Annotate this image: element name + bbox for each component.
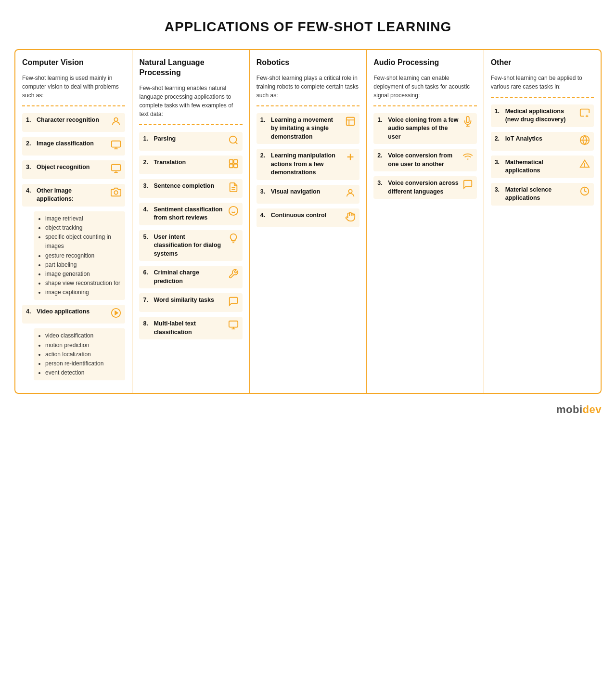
item-number: 1. xyxy=(495,107,503,116)
col-header-audio: Audio Processing xyxy=(373,58,476,68)
svg-rect-24 xyxy=(346,117,355,126)
item-label: User intent classification for dialog sy… xyxy=(154,233,224,259)
item-icon xyxy=(345,188,356,201)
col-header-other: Other xyxy=(491,58,594,68)
item-icon xyxy=(579,158,590,171)
svg-rect-14 xyxy=(230,164,233,168)
item-icon xyxy=(345,116,356,129)
logo-mobi: mobi xyxy=(556,403,583,415)
list-item: 6.Criminal charge prediction xyxy=(139,266,242,288)
item-number: 5. xyxy=(143,233,152,242)
svg-rect-1 xyxy=(112,141,120,147)
item-number: 7. xyxy=(143,296,152,305)
svg-point-10 xyxy=(230,136,237,143)
sub-list-item: object tracking xyxy=(45,223,121,233)
col-other: OtherFew-shot learning can be applied to… xyxy=(484,50,601,393)
col-header-robotics: Robotics xyxy=(257,58,359,68)
list-item: 1.Learning a movement by imitating a sin… xyxy=(257,113,359,144)
mobidev-logo: mobidev xyxy=(556,403,602,416)
divider-nlp xyxy=(139,124,242,125)
item-icon xyxy=(111,308,121,321)
sub-list-item: shape view reconstruction for xyxy=(45,279,121,288)
item-number: 4. xyxy=(260,211,269,220)
list-item: 3.Mathematical applications xyxy=(491,156,594,178)
item-number: 1. xyxy=(26,116,35,125)
item-icon xyxy=(462,116,473,129)
item-icon xyxy=(345,211,356,224)
item-number: 2. xyxy=(143,158,152,167)
item-icon xyxy=(579,107,590,120)
item-number: 4. xyxy=(26,308,35,316)
item-number: 3. xyxy=(495,186,503,194)
sub-list-item: gesture recognition xyxy=(45,251,121,260)
item-number: 2. xyxy=(377,152,386,160)
item-label: Sentence completion xyxy=(154,182,224,191)
item-label: Translation xyxy=(154,158,224,167)
col-nlp: Natural Language ProcessingFew-shot lear… xyxy=(132,50,249,393)
sub-list: image retrievalobject trackingspecific o… xyxy=(34,211,125,300)
item-icon xyxy=(579,135,590,148)
divider-audio xyxy=(373,105,476,106)
svg-rect-21 xyxy=(229,321,238,327)
item-icon xyxy=(111,116,121,129)
col-intro-computer-vision: Few-shot learning is used mainly in comp… xyxy=(22,74,125,100)
item-icon xyxy=(228,158,239,171)
item-number: 3. xyxy=(260,188,269,196)
col-header-computer-vision: Computer Vision xyxy=(22,58,125,68)
item-label: Mathematical applications xyxy=(505,158,576,175)
item-label: Parsing xyxy=(154,135,224,143)
list-item: 8.Multi-label text classification xyxy=(139,317,242,339)
list-item: 1.Character recognition xyxy=(22,113,125,132)
item-label: Learning manipulation actions from a few… xyxy=(271,152,341,177)
item-icon xyxy=(579,186,590,199)
list-item: 2.Voice conversion from one user to anot… xyxy=(373,149,476,171)
svg-line-11 xyxy=(235,142,237,144)
svg-point-7 xyxy=(115,191,118,194)
item-label: Sentiment classification from short revi… xyxy=(154,206,224,222)
item-number: 2. xyxy=(26,140,35,148)
sub-list-item: image retrieval xyxy=(45,214,121,223)
svg-rect-4 xyxy=(112,165,120,171)
item-number: 1. xyxy=(260,116,269,125)
svg-rect-15 xyxy=(234,164,237,168)
list-item: 1.Parsing xyxy=(139,132,242,151)
list-item: 2.Image classification xyxy=(22,137,125,156)
sub-list-item: person re-identification xyxy=(45,359,121,368)
col-robotics: RoboticsFew-shot learning plays a critic… xyxy=(250,50,367,393)
main-table: Computer VisionFew-shot learning is used… xyxy=(14,49,602,394)
list-item: 5.User intent classification for dialog … xyxy=(139,230,242,261)
item-icon xyxy=(228,269,239,282)
item-number: 3. xyxy=(495,158,503,167)
item-label: Learning a movement by imitating a singl… xyxy=(271,116,341,142)
item-number: 2. xyxy=(260,152,269,160)
item-label: Medical applications (new drug discovery… xyxy=(505,107,576,124)
list-item: 2.IoT Analytics xyxy=(491,132,594,151)
item-number: 3. xyxy=(143,182,152,191)
item-number: 8. xyxy=(143,320,152,328)
item-icon xyxy=(228,320,239,333)
divider-other xyxy=(491,97,594,98)
item-icon xyxy=(228,233,239,246)
list-item: 7.Word similarity tasks xyxy=(139,293,242,312)
item-label: Voice conversion across different langua… xyxy=(388,179,458,196)
svg-point-0 xyxy=(115,117,118,121)
item-label: Voice cloning from a few audio samples o… xyxy=(388,116,458,142)
list-item: 4.Continuous control xyxy=(257,208,359,227)
sub-list: video classificationmotion predictionact… xyxy=(34,328,125,380)
list-item: 4.Video applications xyxy=(22,305,125,324)
svg-rect-12 xyxy=(230,159,233,163)
item-number: 6. xyxy=(143,269,152,277)
list-item: 3.Voice conversion across different lang… xyxy=(373,176,476,199)
sub-list-item: event detection xyxy=(45,368,121,377)
item-icon xyxy=(111,187,121,200)
item-label: Criminal charge prediction xyxy=(154,269,224,285)
svg-marker-9 xyxy=(116,311,118,315)
col-intro-other: Few-shot learning can be applied to vari… xyxy=(491,74,594,91)
col-audio: Audio ProcessingFew-shot learning can en… xyxy=(367,50,484,393)
item-icon xyxy=(228,296,239,309)
item-label: Voice conversion from one user to anothe… xyxy=(388,152,458,168)
item-number: 4. xyxy=(26,187,35,195)
item-label: Video applications xyxy=(37,308,107,316)
list-item: 1.Medical applications (new drug discove… xyxy=(491,104,594,127)
item-icon xyxy=(111,140,121,153)
